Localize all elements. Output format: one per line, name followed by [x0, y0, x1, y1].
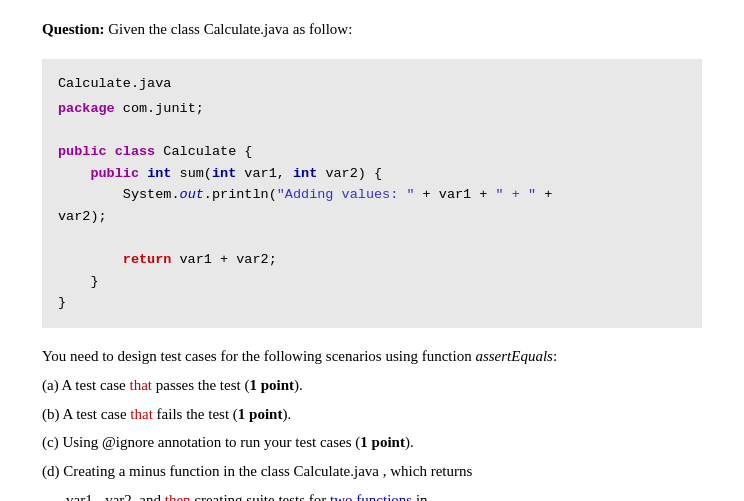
item-d-then: then [165, 492, 191, 501]
question-text: Given the class Calculate.java as follow… [105, 21, 353, 37]
item-d-two-functions: two functions [330, 492, 412, 501]
code-filename: Calculate.java [58, 73, 686, 95]
code-method-decl: public int sum(int var1, int var2) { [58, 163, 686, 185]
code-close-method: } [58, 271, 686, 293]
question-line: Question: Given the class Calculate.java… [42, 18, 702, 41]
item-c-text: (c) Using @ignore annotation to run your… [42, 434, 414, 450]
item-b-that: that [130, 406, 153, 422]
item-d-start: (d) Creating a minus function in the cla… [42, 463, 472, 479]
intro-paragraph: You need to design test cases for the fo… [42, 344, 702, 369]
item-c: (c) Using @ignore annotation to run your… [42, 430, 702, 455]
item-a-rest: passes the test (1 point). [152, 377, 303, 393]
item-a-label: (a) A test case [42, 377, 129, 393]
item-d-line2: var1 - var2, and then creating suite tes… [66, 488, 702, 501]
code-return: return var1 + var2; [58, 249, 686, 271]
item-b-rest: fails the test (1 point). [153, 406, 291, 422]
code-close-class: } [58, 292, 686, 314]
code-class-decl: public class Calculate { [58, 141, 686, 163]
question-label: Question: [42, 21, 105, 37]
item-a-that: that [129, 377, 152, 393]
item-d-line1: (d) Creating a minus function in the cla… [42, 459, 702, 484]
item-d-end: in [412, 492, 427, 501]
code-var2-line: var2); [58, 206, 686, 228]
code-sysout: System.out.println("Adding values: " + v… [58, 184, 686, 206]
item-b-label: (b) A test case [42, 406, 130, 422]
code-block: Calculate.java package com.junit; public… [42, 59, 702, 329]
item-d-rest: creating suite tests for [191, 492, 331, 501]
item-b: (b) A test case that fails the test (1 p… [42, 402, 702, 427]
intro-text: You need to design test cases for the fo… [42, 348, 472, 364]
code-package: package com.junit; [58, 98, 686, 120]
body-text: You need to design test cases for the fo… [42, 344, 702, 501]
function-name: assertEquals [475, 348, 553, 364]
item-d-mid: var1 - var2, and [66, 492, 165, 501]
item-a: (a) A test case that passes the test (1 … [42, 373, 702, 398]
